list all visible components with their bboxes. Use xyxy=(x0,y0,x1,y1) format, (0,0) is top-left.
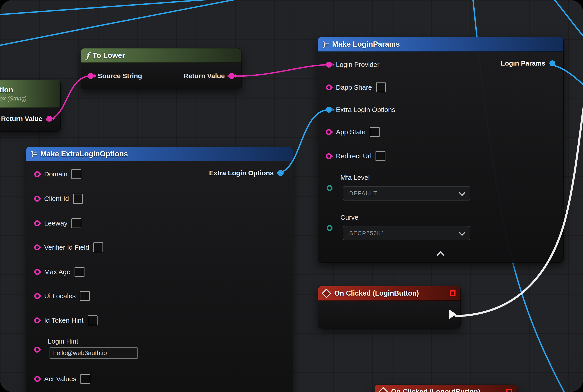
pin-row-return-value: Return Value xyxy=(3,112,52,126)
login-params-output-pin[interactable] xyxy=(550,60,555,66)
redirect-url-default-checkbox[interactable] xyxy=(376,151,386,161)
blueprint-canvas[interactable]: tion ox (String) Return Value ƒ To Lower… xyxy=(0,0,583,392)
login-hint-label: Login Hint xyxy=(48,338,78,345)
acr-values-default-checkbox[interactable] xyxy=(80,374,90,384)
red-square-icon xyxy=(506,389,512,392)
wire-blue-spline-2[interactable] xyxy=(0,0,295,15)
pin-row: Source String Return Value xyxy=(88,69,235,83)
node-title: tion xyxy=(0,86,13,94)
chevron-up-icon xyxy=(436,251,445,259)
pin-row-redirect-url: Redirect Url xyxy=(326,149,555,163)
pin-label: Extra Login Options xyxy=(336,106,395,114)
node-header[interactable]: }= Make LoginParams xyxy=(318,37,564,52)
node-get-text-partial[interactable]: tion ox (String) Return Value xyxy=(0,80,60,131)
pin-row-extra-login-options-out: Extra Login Options xyxy=(33,166,284,180)
ui-locales-input-pin[interactable] xyxy=(34,293,40,299)
return-value-output-pin[interactable] xyxy=(46,116,52,122)
wire-blue-spline-corner[interactable] xyxy=(551,0,583,42)
node-make-extra-login-options[interactable]: }= Make ExtraLoginOptions Domain Client … xyxy=(26,147,293,392)
curve-input-pin[interactable] xyxy=(327,225,332,231)
pin-row-app-state: App State xyxy=(326,125,555,139)
node-header[interactable]: ƒ To Lower xyxy=(81,48,242,63)
node-header[interactable]: On Clicked (LogoutButton) xyxy=(375,385,517,392)
return-value-output-pin[interactable] xyxy=(229,73,235,79)
id-token-hint-default-checkbox[interactable] xyxy=(88,316,98,325)
mfa-level-input-pin[interactable] xyxy=(327,185,332,191)
dapp-share-input-pin[interactable] xyxy=(326,84,332,90)
node-title: Make ExtraLoginOptions xyxy=(40,150,128,158)
pin-row-ui-locales: Ui Locales xyxy=(34,289,284,303)
redirect-url-input-pin[interactable] xyxy=(326,153,332,159)
node-header[interactable]: }= Make ExtraLoginOptions xyxy=(26,147,293,161)
pin-row-login-params-out: Login Params xyxy=(324,56,555,70)
leeway-input-pin[interactable] xyxy=(34,220,40,226)
pin-row-dapp-share: Dapp Share xyxy=(326,80,555,94)
pin-label: Client Id xyxy=(44,195,69,202)
pin-label: Login Params xyxy=(501,60,546,67)
mfa-level-value: DEFAULT xyxy=(349,190,377,197)
pin-row-id-token-hint: Id Token Hint xyxy=(34,313,284,328)
node-to-lower[interactable]: ƒ To Lower Source String Return Value xyxy=(81,48,242,89)
extra-login-options-output-pin[interactable] xyxy=(278,170,284,176)
pin-label: Return Value xyxy=(184,72,225,80)
pin-row-verifier-id-field: Verifier Id Field xyxy=(34,240,284,254)
curve-value: SECP256K1 xyxy=(349,230,385,236)
app-state-default-checkbox[interactable] xyxy=(370,127,380,137)
wire-blue-spline-1[interactable] xyxy=(0,0,250,46)
make-struct-icon: }= xyxy=(323,40,328,48)
node-on-clicked-logout-button[interactable]: On Clicked (LogoutButton) xyxy=(375,385,517,392)
acr-values-input-pin[interactable] xyxy=(34,376,40,382)
verifier-id-field-default-checkbox[interactable] xyxy=(93,242,103,252)
chevron-down-icon xyxy=(459,190,465,196)
client-id-default-checkbox[interactable] xyxy=(73,194,83,204)
node-subtitle: ox (String) xyxy=(0,95,26,102)
pin-label: Source String xyxy=(98,72,142,80)
pin-label: Acr Values xyxy=(44,375,76,383)
id-token-hint-input-pin[interactable] xyxy=(34,318,40,323)
screenshot-frame: tion ox (String) Return Value ƒ To Lower… xyxy=(0,0,583,392)
node-on-clicked-login-button[interactable]: On Clicked (LoginButton) xyxy=(318,286,460,328)
exec-output-pin[interactable] xyxy=(449,310,456,319)
leeway-default-checkbox[interactable] xyxy=(72,218,81,228)
dapp-share-default-checkbox[interactable] xyxy=(376,82,386,92)
pin-label: Ui Locales xyxy=(44,292,76,300)
node-header[interactable]: On Clicked (LoginButton) xyxy=(318,286,460,301)
login-hint-input-pin[interactable] xyxy=(34,347,40,352)
pin-row-extra-login-options: Extra Login Options xyxy=(326,102,555,117)
red-square-icon xyxy=(450,290,456,296)
make-struct-icon: }= xyxy=(31,150,37,158)
node-title: Make LoginParams xyxy=(332,40,400,48)
pin-label: Dapp Share xyxy=(336,84,372,91)
function-icon: ƒ xyxy=(86,51,89,60)
node-header[interactable]: tion ox (String) xyxy=(0,80,60,108)
pin-row-acr-values: Acr Values xyxy=(34,372,284,386)
event-diamond-icon xyxy=(322,288,331,298)
max-age-default-checkbox[interactable] xyxy=(74,267,84,277)
client-id-input-pin[interactable] xyxy=(34,196,40,202)
pin-row-max-age: Max Age xyxy=(34,265,284,279)
pin-label: Id Token Hint xyxy=(44,316,84,324)
pin-row-leeway: Leeway xyxy=(34,216,284,230)
ui-locales-default-checkbox[interactable] xyxy=(80,291,90,301)
verifier-id-field-input-pin[interactable] xyxy=(34,244,40,250)
pin-label: Redirect Url xyxy=(336,152,372,160)
collapse-node-button[interactable] xyxy=(437,251,444,256)
source-string-input-pin[interactable] xyxy=(88,73,94,79)
pin-label: Return Value xyxy=(1,115,42,122)
pin-label: App State xyxy=(336,128,366,136)
curve-label: Curve xyxy=(340,214,358,221)
max-age-input-pin[interactable] xyxy=(34,269,40,275)
extra-login-options-input-pin[interactable] xyxy=(326,107,332,113)
pin-row-client-id: Client Id xyxy=(34,192,284,206)
login-hint-text-field[interactable] xyxy=(50,348,138,359)
node-title: On Clicked (LoginButton) xyxy=(334,289,419,298)
node-make-login-params[interactable]: }= Make LoginParams Login Provider Dapp … xyxy=(318,37,564,262)
event-diamond-icon xyxy=(378,387,388,392)
pin-label: Verifier Id Field xyxy=(44,244,89,251)
curve-dropdown[interactable]: SECP256K1 xyxy=(343,226,470,240)
app-state-input-pin[interactable] xyxy=(326,129,332,135)
pin-label: Extra Login Options xyxy=(209,169,274,177)
node-title: To Lower xyxy=(92,51,125,60)
mfa-level-label: Mfa Level xyxy=(340,174,370,181)
mfa-level-dropdown[interactable]: DEFAULT xyxy=(343,186,470,200)
